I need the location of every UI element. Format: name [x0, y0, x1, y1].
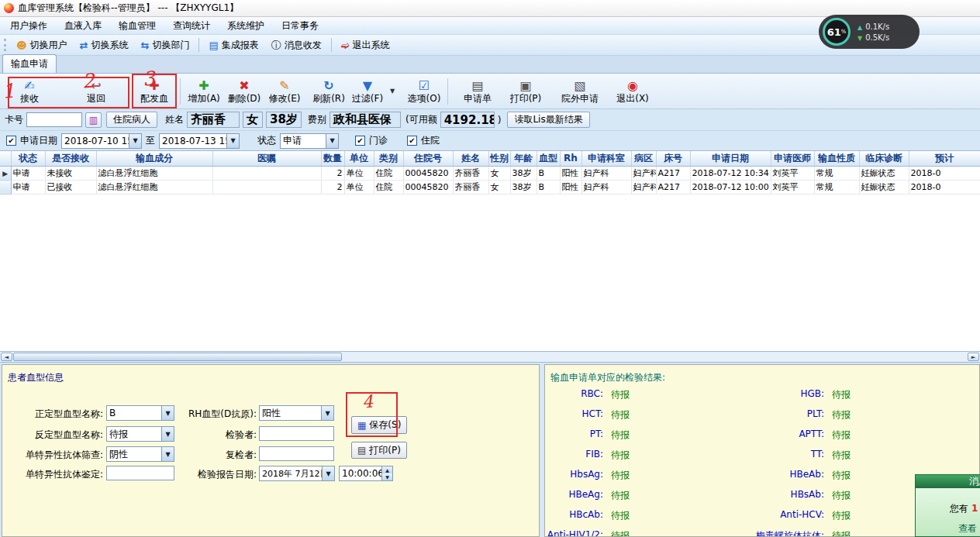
grid-cell[interactable]: 2018-0 [909, 180, 980, 194]
col-age[interactable]: 年龄 [510, 151, 537, 166]
spin-up-icon[interactable] [382, 466, 392, 473]
col-blood-type[interactable]: 血型 [537, 151, 560, 166]
menu-item-daily-affairs[interactable]: 日常事务 [273, 17, 327, 34]
col-request-dept[interactable]: 申请科室 [581, 151, 631, 166]
save-button[interactable]: 保存(S) [351, 416, 407, 434]
col-rh[interactable]: Rh [560, 151, 581, 166]
col-unit[interactable]: 单位 [344, 151, 374, 166]
chevron-down-icon[interactable] [326, 134, 338, 148]
antibody-screen-combo[interactable]: 阴性 [106, 446, 174, 462]
report-date-combo[interactable]: 2018年 7月12日 [259, 466, 335, 481]
grid-cell[interactable]: 38岁 [510, 180, 537, 194]
col-transfusion-nature[interactable]: 输血性质 [814, 151, 859, 166]
col-ward[interactable]: 病区 [631, 151, 656, 166]
grid-cell[interactable]: B [537, 166, 560, 180]
edit-button[interactable]: 修改(E) [264, 75, 305, 108]
rechecker-input[interactable] [259, 446, 334, 461]
return-button[interactable]: 退回 [71, 75, 121, 108]
date-from-combo[interactable]: 2018-07-10 15 [61, 133, 142, 149]
grid-cell[interactable]: 女 [488, 180, 510, 194]
grid-row[interactable]: 申请 已接收 滤白悬浮红细胞 2 单位 住院 00045820 齐丽香 女 38… [0, 180, 980, 194]
external-request-button[interactable]: 院外申请 [555, 75, 605, 108]
grid-cell[interactable]: 未接收 [45, 166, 96, 180]
grid-cell[interactable]: 妇产科 [631, 180, 656, 194]
request-date-checkbox[interactable] [6, 136, 16, 146]
grid-cell[interactable]: 38岁 [510, 166, 537, 180]
col-category[interactable]: 类别 [374, 151, 403, 166]
filter-button[interactable]: 过滤(F) [348, 75, 387, 108]
col-bed-no[interactable]: 床号 [656, 151, 690, 166]
scroll-right-arrow[interactable] [968, 353, 979, 361]
switch-system-button[interactable]: 切换系统 [74, 36, 135, 53]
col-doctor-order[interactable]: 医嘱 [212, 151, 321, 166]
col-quantity[interactable]: 数量 [321, 151, 344, 166]
grid-cell[interactable]: 2 [321, 166, 344, 180]
tab-transfusion-request[interactable]: 输血申请 [2, 54, 57, 73]
col-status[interactable]: 状态 [11, 151, 45, 166]
toolbar-grip[interactable] [4, 39, 6, 51]
grid-cell[interactable]: 2 [321, 180, 344, 194]
grid-cell[interactable]: 妇产科 [581, 180, 631, 194]
card-no-input[interactable] [26, 112, 82, 127]
outpatient-checkbox[interactable] [355, 136, 365, 146]
grid-cell[interactable]: 住院 [374, 180, 403, 194]
refresh-button[interactable]: 刷新(R) [309, 75, 348, 108]
switch-department-button[interactable]: 切换部门 [134, 36, 195, 53]
popup-view-link[interactable]: 查看 [958, 522, 977, 535]
col-admission-no[interactable]: 住院号 [403, 151, 453, 166]
examiner-input[interactable] [259, 426, 334, 441]
receive-button[interactable]: 接收 [6, 75, 53, 108]
card-reader-button[interactable] [85, 112, 102, 128]
network-monitor-widget[interactable]: 61 % 0.1K/s 0.5K/s [819, 15, 920, 49]
col-request-doctor[interactable]: 申请医师 [771, 151, 814, 166]
grid-cell[interactable]: 妊娠状态 [859, 180, 909, 194]
exit-button[interactable]: 退出(X) [612, 75, 653, 108]
chevron-down-icon[interactable] [161, 406, 174, 420]
grid-cell[interactable]: 齐丽香 [453, 180, 488, 194]
grid-cell[interactable]: 常规 [814, 180, 859, 194]
chevron-down-icon[interactable] [129, 134, 141, 148]
chevron-down-icon[interactable] [161, 427, 174, 441]
forward-type-combo[interactable]: B [106, 405, 174, 421]
options-button[interactable]: 选项(O) [404, 75, 444, 108]
chevron-down-icon[interactable] [321, 406, 333, 420]
col-received-status[interactable]: 是否接收 [45, 151, 96, 166]
date-to-combo[interactable]: 2018-07-13 15 [159, 133, 240, 149]
grid-cell[interactable]: 刘英平 [771, 166, 814, 180]
report-time-spinner[interactable]: 10:00:06 [339, 466, 393, 481]
grid-cell[interactable]: 阳性 [560, 180, 581, 194]
grid-row[interactable]: 申请 未接收 滤白悬浮红细胞 2 单位 住院 00045820 齐丽香 女 38… [0, 166, 980, 180]
menu-item-blood-inbound[interactable]: 血液入库 [56, 17, 110, 34]
grid-cell[interactable]: 2018-0 [909, 166, 980, 180]
grid-cell[interactable]: 2018-07-12 10:34 [690, 166, 771, 180]
print-report-button[interactable]: 打印(P) [351, 442, 407, 459]
grid-cell[interactable]: 申请 [11, 166, 45, 180]
rh-type-combo[interactable]: 阳性 [259, 405, 334, 421]
menu-item-user-ops[interactable]: 用户操作 [2, 17, 56, 34]
menu-item-query-stats[interactable]: 查询统计 [164, 17, 219, 34]
row-selector[interactable] [0, 166, 11, 180]
messages-button[interactable]: 消息收发 [265, 36, 328, 53]
grid-cell[interactable]: 齐丽香 [453, 166, 488, 180]
menu-item-transfusion-mgmt[interactable]: 输血管理 [110, 17, 164, 34]
grid-cell[interactable]: 申请 [11, 180, 45, 194]
col-patient-name[interactable]: 姓名 [453, 151, 488, 166]
grid-cell[interactable] [212, 180, 321, 194]
add-button[interactable]: 增加(A) [184, 75, 224, 108]
col-gender[interactable]: 性别 [488, 151, 510, 166]
scrollbar-thumb[interactable] [13, 353, 342, 361]
grid-cell[interactable]: 2018-07-12 10:00 [690, 180, 771, 194]
chevron-down-icon[interactable] [226, 134, 239, 148]
grid-cell[interactable]: 单位 [344, 180, 374, 194]
dispense-blood-button[interactable]: 配发血 [132, 75, 177, 108]
antibody-identify-input[interactable] [106, 466, 174, 480]
grid-cell[interactable]: 妇产科 [581, 166, 631, 180]
request-form-button[interactable]: 申请单 [456, 75, 499, 108]
grid-cell[interactable]: B [537, 180, 560, 194]
grid-cell[interactable] [212, 166, 321, 180]
grid-cell[interactable]: 女 [488, 166, 510, 180]
grid-cell[interactable]: 滤白悬浮红细胞 [96, 166, 212, 180]
col-expected[interactable]: 预计 [909, 151, 980, 166]
grid-cell[interactable]: 妇产科 [631, 166, 656, 180]
grid-cell[interactable]: 妊娠状态 [859, 166, 909, 180]
